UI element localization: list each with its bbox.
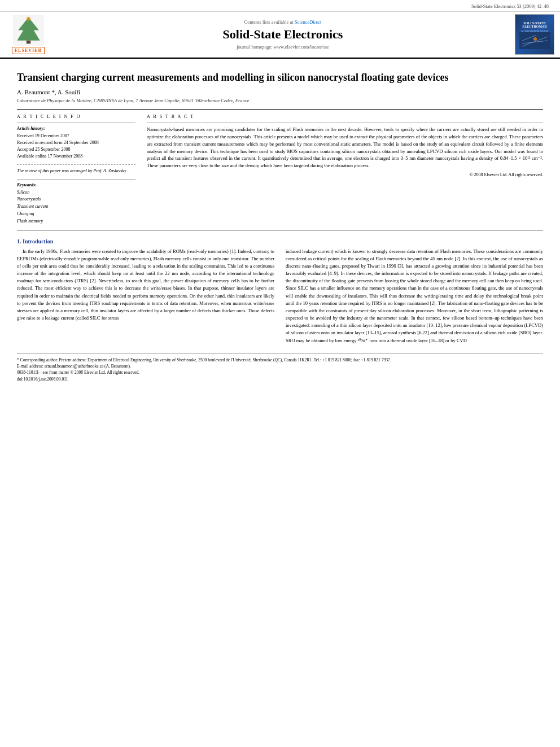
article-content: Transient charging current measurements … [0, 59, 560, 388]
elsevier-label: ELSEVIER [12, 47, 45, 54]
history-line-1: Received 19 December 2007 [17, 133, 135, 139]
article-title: Transient charging current measurements … [17, 71, 543, 84]
keyword-1: Silicon [17, 189, 135, 196]
section1-title: 1. Introduction [17, 238, 543, 244]
keyword-5: Flash memory [17, 218, 135, 225]
journal-banner: ELSEVIER Contents lists available at Sci… [0, 11, 560, 58]
svg-rect-4 [519, 32, 550, 49]
keyword-2: Nanocrystals [17, 196, 135, 203]
history-line-4: Available online 17 November 2008 [17, 153, 135, 160]
article-info-header: A R T I C L E I N F O [17, 114, 135, 119]
keywords-block: Keywords: Silicon Nanocrystals Transient… [17, 179, 135, 225]
svg-rect-2 [26, 41, 30, 44]
abstract-column: A B S T R A C T Nanocrystals-based memor… [147, 114, 543, 225]
svg-point-3 [26, 17, 30, 21]
journal-header: Solid-State Electronics 53 (2009) 42–48 … [0, 0, 560, 59]
footnote-2: E-mail address: arnaud.beaumont@usherbro… [17, 363, 543, 369]
authors: A. Beaumont *, A. Souifi [17, 89, 543, 95]
reviewer-note: The review of this paper was arranged by… [17, 164, 135, 174]
journal-ref: Solid-State Electronics 53 (2009) 42–48 [0, 3, 560, 9]
journal-center: Contents lists available at ScienceDirec… [51, 19, 515, 50]
footnote-4: doi:10.1016/j.sse.2008.09.011 [17, 376, 543, 382]
body-section: 1. Introduction In the early 1980s, Flas… [17, 238, 543, 348]
body-divider [17, 230, 543, 230]
body-right-col: induced leakage current) which is known … [286, 248, 543, 348]
footnote-3: 0038-1101/$ – see front matter © 2008 El… [17, 369, 543, 375]
history-label: Article history: [17, 126, 135, 131]
body-para-right-1: induced leakage current) which is known … [286, 248, 543, 344]
article-history-block: Article history: Received 19 December 20… [17, 123, 135, 160]
affiliation: Laboratoire de Physique de la Matière, C… [17, 98, 543, 103]
footnote-1: * Corresponding author. Present address:… [17, 357, 543, 363]
footnote-area: * Corresponding author. Present address:… [17, 353, 543, 382]
elsevier-logo: ELSEVIER [6, 15, 51, 54]
article-info-column: A R T I C L E I N F O Article history: R… [17, 114, 135, 225]
body-para-left-1: In the early 1980s, Flash memories were … [17, 248, 274, 322]
svg-point-8 [533, 37, 537, 41]
divider [17, 109, 543, 110]
history-line-3: Accepted 25 September 2008 [17, 146, 135, 153]
copyright: © 2008 Elsevier Ltd. All rights reserved… [147, 172, 543, 177]
body-two-col: In the early 1980s, Flash memories were … [17, 248, 543, 348]
sciencedirect-url[interactable]: ScienceDirect [295, 19, 322, 25]
journal-cover-image: SOLID-STATE ELECTRONICS An International… [515, 14, 554, 55]
keyword-4: Charging [17, 211, 135, 218]
journal-title: Solid-State Electronics [51, 27, 515, 42]
article-meta-section: A R T I C L E I N F O Article history: R… [17, 114, 543, 225]
abstract-text: Nanocrystals-based memories are promisin… [147, 126, 543, 169]
abstract-block: Nanocrystals-based memories are promisin… [147, 123, 543, 177]
journal-homepage: journal homepage: www.elsevier.com/locat… [51, 44, 515, 50]
abstract-header: A B S T R A C T [147, 114, 543, 119]
keywords-label: Keywords: [17, 182, 135, 187]
keyword-3: Transient current [17, 203, 135, 211]
body-left-col: In the early 1980s, Flash memories were … [17, 248, 274, 348]
history-line-2: Received in revised form 24 September 20… [17, 139, 135, 146]
sciencedirect-link: Contents lists available at ScienceDirec… [51, 19, 515, 25]
